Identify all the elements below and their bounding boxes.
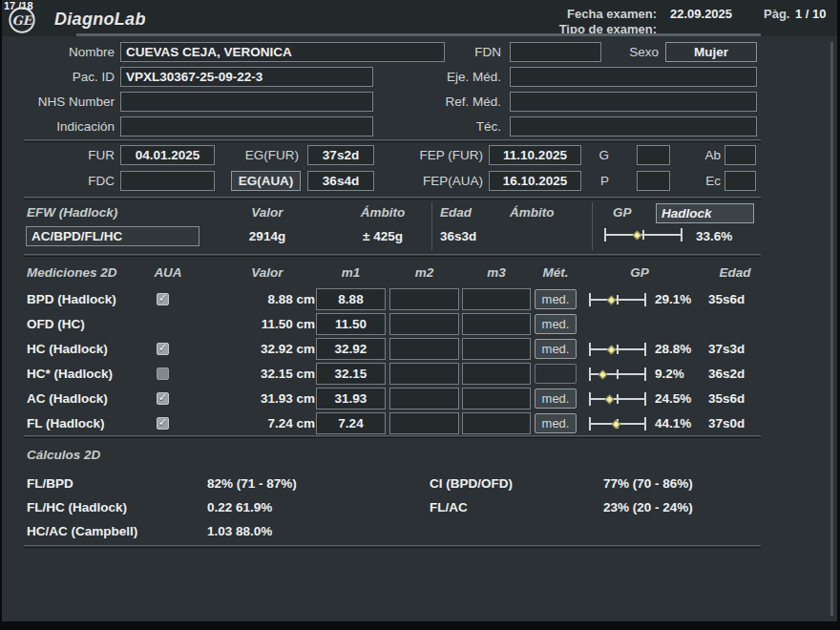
- ec-label: Ec: [673, 171, 721, 191]
- m2-field[interactable]: [389, 388, 459, 410]
- m2-field[interactable]: [389, 338, 459, 360]
- eg-aua-button[interactable]: EG(AUA): [231, 171, 301, 191]
- measurement-row: BPD (Hadlock) 8.88 cm 8.88 med. 29.1% 35…: [0, 287, 840, 312]
- ab-field[interactable]: [724, 145, 756, 165]
- m3-field[interactable]: [462, 288, 531, 310]
- m3-field[interactable]: [462, 412, 531, 434]
- nhs-number-label: NHS Number: [0, 92, 115, 112]
- m3-field[interactable]: [462, 363, 531, 385]
- m1-field[interactable]: 31.93: [316, 388, 386, 410]
- fep-aua-label: FEP(AUA): [372, 171, 483, 191]
- efw-col-ambito: Ámbito: [349, 205, 416, 220]
- fdc-field[interactable]: [120, 171, 215, 191]
- measurement-row: HC* (Hadlock) 32.15 cm 32.15 9.2% 36s2d: [0, 362, 840, 387]
- method-button[interactable]: med.: [535, 289, 577, 309]
- ec-field[interactable]: [724, 171, 756, 191]
- efw-method-select[interactable]: Hadlock: [656, 203, 754, 223]
- aua-checkbox[interactable]: [157, 293, 169, 305]
- gestational-age: 37s3d: [708, 337, 745, 362]
- method-button[interactable]: med.: [535, 413, 577, 433]
- gp-percent: 29.1%: [655, 287, 691, 312]
- fep-fur-field[interactable]: 11.10.2025: [489, 145, 581, 165]
- measurement-row: HC (Hadlock) 32.92 cm 32.92 med. 28.8% 3…: [0, 337, 840, 362]
- ref-med-label: Ref. Méd.: [401, 92, 501, 112]
- measurement-label: AC (Hadlock): [27, 387, 108, 411]
- aua-checkbox[interactable]: [157, 392, 169, 405]
- measurement-label: BPD (Hadlock): [27, 287, 116, 312]
- measurement-value: 32.92 cm: [205, 337, 315, 362]
- gp-marker: [606, 345, 616, 354]
- efw-col-edad: Edad: [440, 205, 472, 220]
- gp-percent: 9.2%: [655, 362, 684, 387]
- col-edad: Edad: [706, 265, 764, 280]
- m1-field[interactable]: 11.50: [316, 313, 386, 335]
- efw-range: ± 425g: [349, 229, 416, 243]
- aua-checkbox[interactable]: [157, 417, 169, 430]
- col-m2: m2: [389, 265, 459, 280]
- efw-formula-select[interactable]: AC/BPD/FL/HC: [26, 226, 200, 246]
- p-field[interactable]: [637, 171, 670, 191]
- m1-field[interactable]: 8.88: [316, 288, 386, 310]
- nombre-field[interactable]: CUEVAS CEJA, VERONICA: [120, 42, 445, 62]
- nhs-number-field[interactable]: [120, 92, 373, 112]
- m2-field[interactable]: [389, 412, 459, 434]
- eg-aua-field[interactable]: 36s4d: [307, 171, 374, 191]
- gp-percent: 28.8%: [655, 337, 691, 362]
- m3-field[interactable]: [462, 313, 531, 335]
- sexo-select[interactable]: Mujer: [665, 42, 757, 62]
- g-field[interactable]: [637, 145, 670, 165]
- divider: [24, 254, 761, 257]
- divider: [592, 202, 593, 250]
- exam-date-value: 22.09.2025: [670, 7, 732, 21]
- fdc-label: FDC: [0, 171, 115, 191]
- m1-field[interactable]: 7.24: [316, 412, 386, 434]
- pac-id-field[interactable]: VPXL30367-25-09-22-3: [120, 67, 373, 87]
- m3-field[interactable]: [462, 338, 531, 360]
- gp-marker: [606, 295, 616, 304]
- col-gp: GP: [611, 265, 668, 280]
- divider: [24, 139, 761, 142]
- horizontal-scrollbar[interactable]: [76, 33, 761, 36]
- measurement-value: 8.88 cm: [205, 287, 315, 312]
- m3-field[interactable]: [462, 388, 531, 410]
- gp-percentile-chart: [589, 387, 646, 411]
- col-aua: AUA: [149, 265, 187, 280]
- aua-checkbox[interactable]: [157, 343, 169, 355]
- efw-col-valor: Valor: [234, 205, 301, 220]
- gestational-age: 37s0d: [708, 411, 745, 436]
- divider: [24, 545, 761, 548]
- aua-checkbox[interactable]: [157, 368, 169, 380]
- ref-med-field[interactable]: [510, 92, 757, 112]
- gestational-age: 35s6d: [708, 287, 745, 312]
- indicacion-field[interactable]: [120, 116, 373, 136]
- eg-fur-field[interactable]: 37s2d: [307, 145, 374, 165]
- method-button[interactable]: [535, 364, 577, 384]
- tec-label: Téc.: [401, 116, 501, 136]
- m1-field[interactable]: 32.92: [316, 338, 386, 360]
- calculation-value: 1.03 88.0%: [207, 522, 272, 541]
- measurement-label: HC* (Hadlock): [27, 362, 113, 387]
- m1-field[interactable]: 32.15: [316, 363, 386, 385]
- m2-field[interactable]: [389, 363, 459, 385]
- method-button[interactable]: med.: [535, 388, 577, 409]
- fep-aua-field[interactable]: 16.10.2025: [489, 171, 581, 191]
- sexo-label: Sexo: [590, 42, 659, 62]
- method-button[interactable]: med.: [535, 314, 577, 334]
- method-button[interactable]: med.: [535, 339, 577, 359]
- fdn-field[interactable]: [510, 42, 601, 62]
- col-m3: m3: [462, 265, 531, 280]
- measurement-row: AC (Hadlock) 31.93 cm 31.93 med. 24.5% 3…: [0, 387, 840, 411]
- gp-marker: [632, 230, 641, 240]
- eje-med-field[interactable]: [510, 67, 757, 87]
- m2-field[interactable]: [389, 313, 459, 335]
- app-title: DiagnoLab: [54, 10, 146, 30]
- measurement-row: FL (Hadlock) 7.24 cm 7.24 med. 44.1% 37s…: [0, 411, 840, 436]
- divider: [24, 435, 761, 438]
- efw-section-title: EFW (Hadlock): [27, 205, 117, 220]
- gp-percentile-chart: [589, 287, 646, 312]
- tec-field[interactable]: [510, 116, 757, 136]
- page-label: Pàg.: [764, 7, 789, 21]
- divider: [24, 197, 761, 200]
- calculation-value: 77% (70 - 86%): [603, 474, 693, 494]
- m2-field[interactable]: [389, 288, 459, 310]
